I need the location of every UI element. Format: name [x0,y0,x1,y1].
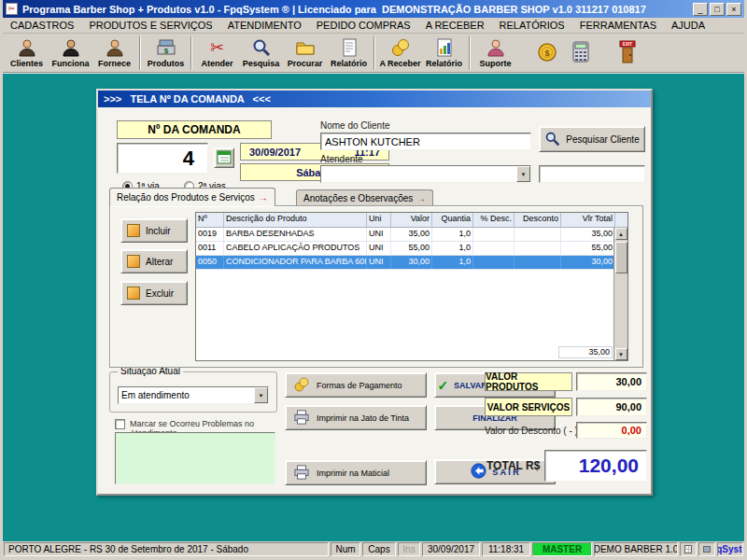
grid-header-row: Nº Descrição do Produto Uni Valor Quanti… [196,213,627,228]
toolbar: Clientes Funciona Fornece $ Produtos ✂ A… [3,34,744,74]
toolbar-relatorio2-button[interactable]: Relatório [422,35,466,72]
tab-anotacoes[interactable]: Anotações e Observações → [296,189,433,206]
maximize-button[interactable]: □ [710,3,725,16]
status-master-badge: MASTER [532,542,592,556]
table-row[interactable]: 0019BARBA DESENHADASUNI35,001,035,00 [196,228,627,242]
suppliers-icon [105,37,125,58]
alterar-button[interactable]: Alterar [120,249,188,273]
toolbar-label: Relatório [426,59,462,68]
menu-item-a-receber[interactable]: A RECEBER [418,20,492,31]
formas-pagamento-label: Formas de Pagamento [317,381,402,390]
scroll-down-icon[interactable]: ▼ [615,348,627,360]
toolbar-fornecedores-button[interactable]: Fornece [92,35,136,72]
close-button[interactable]: × [726,3,741,16]
toolbar-funcionarios-button[interactable]: Funciona [49,35,92,72]
payment-coins-icon [293,376,310,395]
problem-notes-area[interactable] [115,432,275,484]
toolbar-label: Fornece [98,59,131,68]
menu-item-ajuda[interactable]: AJUDA [664,20,712,31]
status-date: 30/09/2017 [422,542,480,556]
menu-item-pedido-compras[interactable]: PEDIDO COMPRAS [309,20,418,31]
attendant-extra-input[interactable] [539,165,645,183]
attend-icon: ✂ [210,37,224,58]
col-header[interactable]: Vlr Total [561,213,615,227]
status-caps: Caps [362,542,396,556]
valor-servicos-label: VALOR SERVIÇOS [485,398,572,416]
imprimir-matricial-button[interactable]: Imprimir na Maticial [285,460,427,485]
incluir-button[interactable]: Incluir [120,218,188,243]
minimize-button[interactable]: _ [693,3,708,16]
imprimir-matricial-label: Imprimir na Maticial [317,469,389,478]
incluir-label: Incluir [146,226,171,236]
toolbar-atender-button[interactable]: ✂ Atender [195,35,239,72]
chevron-down-icon[interactable]: ▼ [254,387,268,403]
toolbar-procurar-button[interactable]: Procurar [283,35,327,72]
comanda-dialog-title: >>> TELA Nº DA COMANDA <<< [104,93,271,105]
attendant-combo[interactable]: ▼ [320,165,531,183]
scroll-thumb[interactable] [615,242,627,273]
client-name-input[interactable]: ASHTON KUTCHER [320,133,531,150]
toolbar-coins-button[interactable]: $ [530,35,564,72]
toolbar-suporte-button[interactable]: Suporte [473,35,517,72]
clients-icon [17,37,37,58]
toolbar-separator [469,36,471,70]
col-header[interactable]: Nº [196,213,224,227]
tab-arrow-icon: → [259,192,268,203]
col-header[interactable]: % Desc. [473,213,514,227]
comanda-dialog-titlebar[interactable]: >>> TELA Nº DA COMANDA <<< [98,91,651,107]
toolbar-calculator-button[interactable] [564,35,598,72]
menu-bar: CADASTROS PRODUTOS E SERVIÇOS ATENDIMENT… [3,18,744,34]
toolbar-label: Atender [201,59,233,68]
status-location: PORTO ALEGRE - RS 30 de Setembro de 2017… [4,542,329,556]
toolbar-label: Pesquisa [243,59,280,68]
situacao-value: Em atendimento [119,390,254,400]
svg-text:$: $ [163,47,168,55]
imprimir-jato-button[interactable]: Imprimir na Jato de Tinta [285,405,427,430]
menu-item-produtos-servicos[interactable]: PRODUTOS E SERVIÇOS [81,20,219,31]
col-header[interactable]: Valor [391,213,432,227]
grid-footer-total: 35,00 [558,346,613,358]
imprimir-jato-label: Imprimir na Jato de Tinta [317,413,409,423]
menu-item-cadastros[interactable]: CADASTROS [3,20,81,31]
status-printer-icon [698,542,715,556]
toolbar-separator [374,36,375,70]
situacao-group: Situação Atual Em atendimento ▼ [109,371,277,413]
toolbar-label: A Receber [379,59,420,68]
toolbar-produtos-button[interactable]: $ Produtos [144,35,188,72]
checkbox-icon [115,419,125,429]
situacao-combo[interactable]: Em atendimento ▼ [118,386,269,404]
tab-produtos-servicos[interactable]: Relação dos Produtos e Serviços → [109,188,275,206]
toolbar-exit-button[interactable]: EXIT [611,35,644,72]
coins-icon: $ [536,42,558,63]
col-header[interactable]: Uni [367,213,391,227]
menu-item-atendimento[interactable]: ATENDIMENTO [220,20,309,31]
status-bar: PORTO ALEGRE - RS 30 de Setembro de 2017… [3,541,744,557]
toolbar-label: Suporte [479,59,511,68]
formas-pagamento-button[interactable]: Formas de Pagamento [285,372,427,398]
search-client-icon [544,131,560,148]
products-grid: Nº Descrição do Produto Uni Valor Quanti… [195,212,628,361]
toolbar-relatorio-button[interactable]: Relatório [327,35,371,72]
col-header[interactable]: Desconto [514,213,561,227]
menu-item-relatorios[interactable]: RELATÓRIOS [492,20,572,31]
printer-icon [293,465,310,482]
grid-scrollbar[interactable]: ▲ ▼ [613,228,627,360]
total-label: TOTAL R$ [486,459,540,472]
table-row-selected[interactable]: 0050CONDICIONADOR PARA BARBA 60MLUNI30,0… [196,256,627,270]
col-header[interactable]: Quantia [432,213,473,227]
menu-item-ferramentas[interactable]: FERRAMENTAS [572,20,664,31]
chevron-down-icon[interactable]: ▼ [516,166,530,182]
col-header[interactable]: Descrição do Produto [224,213,367,227]
toolbar-clientes-button[interactable]: Clientes [5,35,49,72]
scroll-up-icon[interactable]: ▲ [615,228,627,240]
toolbar-pesquisa-button[interactable]: Pesquisa [239,35,283,72]
app-icon: ✂ [6,3,18,15]
calendar-button[interactable] [214,147,234,168]
excluir-button[interactable]: Excluir [120,281,188,305]
folder-icon [295,37,316,58]
pesquisar-cliente-button[interactable]: Pesquisar Cliente [539,126,645,152]
toolbar-label: Funciona [52,59,90,68]
toolbar-a-receber-button[interactable]: A Receber [378,35,422,72]
table-row[interactable]: 0011CABELO APLICAÇÃO PRODUTOSUNI55,001,0… [196,242,627,256]
total-value: 120,00 [544,450,647,482]
